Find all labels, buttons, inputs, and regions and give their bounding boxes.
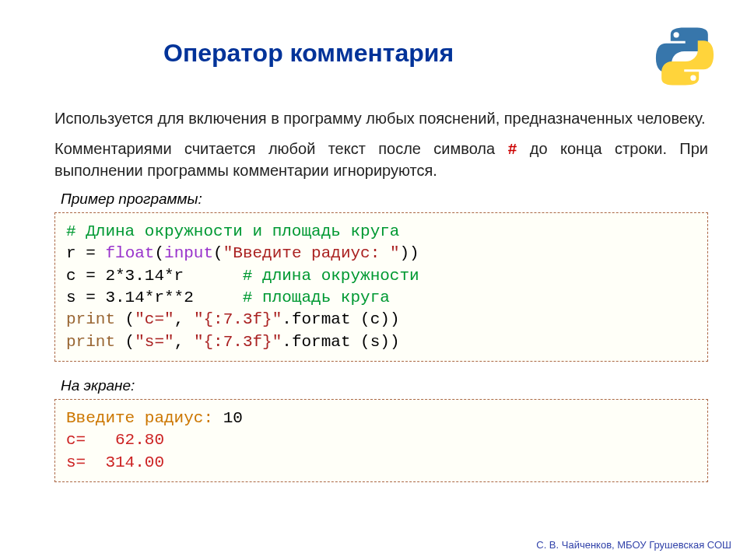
out-l1a: Введите радиус: [66,409,213,427]
code-l5-s1: "c=" [135,310,174,328]
out-l2: c= 62.80 [66,431,164,449]
code-l6-s2: "{:7.3f}" [194,333,282,351]
code-l2b: ( [154,244,164,262]
code-l6-print: print [66,333,115,351]
code-l5-s2: "{:7.3f}" [194,310,282,328]
paragraph-hash: Комментариями считается любой текст посл… [54,138,708,181]
page-title: Оператор комментария [163,39,454,68]
output-box: Введите радиус: 10 c= 62.80 s= 314.00 [54,399,708,482]
code-l1: # Длина окружности и площадь круга [66,222,399,240]
footer-credit: С. В. Чайченков, МБОУ Грушевская СОШ [536,539,731,551]
code-l2-str: "Введите радиус: " [223,244,400,262]
code-l3-comment: # длина окружности [243,267,419,285]
python-logo-icon [654,23,716,93]
para2-before: Комментариями считается любой текст посл… [54,140,508,157]
code-l4-comment: # площадь круга [243,289,390,306]
code-l3a: c = 2*3.14*r [66,267,243,285]
label-example: Пример программы: [61,191,708,208]
code-l6-s1: "s=" [135,333,174,351]
label-screen: На экране: [61,377,708,394]
paragraph-intro: Используется для включения в программу л… [54,108,708,129]
code-l6a: ( [115,333,135,351]
code-l2a: r = [66,244,105,262]
code-l5c: .format (c)) [282,310,399,328]
code-l4a: s = 3.14*r**2 [66,289,243,306]
code-l2c: ( [213,244,223,262]
out-l1b: 10 [213,409,243,427]
code-l5b: , [174,310,194,328]
code-l5a: ( [115,310,135,328]
code-l5-print: print [66,310,115,328]
code-l6b: , [174,333,194,351]
out-l3: s= 314.00 [66,453,164,471]
code-l2-float: float [105,244,154,262]
code-l6c: .format (s)) [282,333,399,351]
code-l2-input: input [164,244,213,262]
code-l2d: )) [400,244,419,262]
hash-symbol: # [508,141,517,159]
code-example: # Длина окружности и площадь круга r = f… [54,212,708,362]
